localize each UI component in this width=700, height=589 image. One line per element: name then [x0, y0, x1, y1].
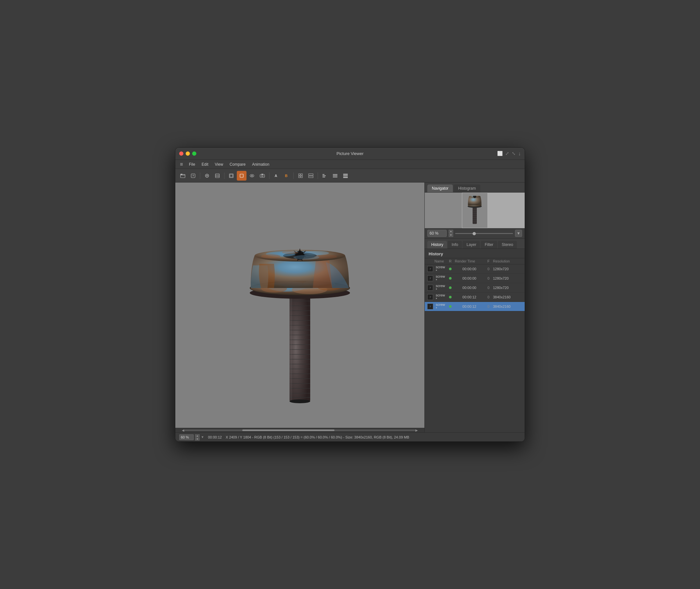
svg-rect-10 — [230, 174, 233, 177]
history-table-header: Name R Render Time F Resolution — [425, 258, 525, 264]
scroll-left-arrow[interactable]: ◀ — [182, 428, 185, 432]
menu-file[interactable]: File — [186, 162, 198, 167]
history-row-frame: 0 — [484, 267, 493, 271]
traffic-lights — [179, 152, 196, 156]
svg-rect-33 — [343, 175, 348, 176]
status-zoom-dropdown-btn[interactable]: ▼ — [201, 435, 204, 439]
history-row-thumb: T — [427, 294, 433, 300]
zoom-down-button[interactable]: ▼ — [449, 234, 453, 237]
tab-stereo[interactable]: Stereo — [498, 241, 517, 248]
download-icon[interactable] — [518, 151, 521, 157]
bars3-button[interactable] — [341, 171, 350, 181]
menubar: File Edit View Compare Animation — [175, 160, 525, 169]
minimize-button[interactable] — [186, 152, 190, 156]
history-row-frame: 0 — [484, 295, 493, 299]
maximize-button[interactable] — [192, 152, 196, 156]
tab-layer[interactable]: Layer — [462, 241, 480, 248]
scroll-thumb[interactable] — [242, 429, 335, 431]
circle-button[interactable] — [202, 171, 212, 181]
history-row-thumb: T — [427, 266, 433, 272]
text-a-button[interactable]: A — [271, 171, 281, 181]
history-row-render-time: 00:00:00 — [455, 286, 484, 289]
scroll-track[interactable] — [185, 429, 415, 431]
zoom-bar: ▲ ▼ ▼ — [425, 228, 525, 239]
zoom-slider[interactable] — [455, 233, 513, 234]
history-row-thumb: T — [427, 304, 433, 310]
history-row[interactable]: T screw * 00:00:00 0 1280x720 — [425, 283, 525, 292]
tab-history[interactable]: History — [427, 241, 447, 248]
menu-view[interactable]: View — [212, 162, 226, 167]
zoom-up-button[interactable]: ▲ — [449, 230, 453, 233]
svg-rect-17 — [261, 174, 263, 175]
scroll-right-arrow[interactable]: ▶ — [415, 428, 418, 432]
history-row-status — [446, 286, 455, 289]
history-row[interactable]: T screw * 00:00:12 0 3840x2160 — [425, 302, 525, 311]
history-row-resolution: 3840x2160 — [493, 295, 522, 299]
tab-navigator[interactable]: Navigator — [427, 184, 453, 192]
toolbar-separator-3 — [269, 173, 270, 179]
tab-filter[interactable]: Filter — [481, 241, 497, 248]
hamburger-menu-icon[interactable] — [178, 161, 185, 168]
history-section-title: History — [425, 249, 525, 258]
layers-button[interactable] — [213, 171, 222, 181]
fullscreen-icon[interactable] — [512, 151, 515, 157]
menu-animation[interactable]: Animation — [249, 162, 272, 167]
history-row-resolution: 1280x720 — [493, 267, 522, 271]
history-row[interactable]: T screw * 00:00:12 0 3840x2160 — [425, 292, 525, 302]
svg-point-58 — [290, 399, 310, 403]
tab-histogram[interactable]: Histogram — [453, 184, 480, 192]
zoom-slider-thumb[interactable] — [472, 232, 476, 235]
zoom-dropdown[interactable]: ▼ — [515, 230, 522, 237]
camera-button[interactable] — [258, 171, 267, 181]
history-row-status — [446, 305, 455, 308]
history-row-name: screw * — [434, 265, 446, 273]
history-row-status — [446, 296, 455, 299]
status-zoom-input[interactable] — [179, 434, 194, 440]
history-row-thumb: T — [427, 285, 433, 290]
text-b-button[interactable]: B — [282, 171, 292, 181]
history-row-resolution: 1280x720 — [493, 286, 522, 289]
sidebar-toggle-icon[interactable] — [497, 151, 503, 157]
status-zoom-stepper[interactable]: ▲ ▼ — [195, 434, 200, 440]
svg-rect-34 — [343, 177, 348, 178]
help-button[interactable]: ? — [188, 171, 198, 181]
bars2-button[interactable] — [330, 171, 340, 181]
status-zoom-down-button[interactable]: ▼ — [195, 437, 200, 440]
menu-compare[interactable]: Compare — [227, 162, 248, 167]
bars1-button[interactable] — [320, 171, 330, 181]
history-row-render-time: 00:00:00 — [455, 276, 484, 280]
window-title: Picture Viewer — [336, 151, 364, 156]
status-zoom-up-button[interactable]: ▲ — [195, 434, 200, 437]
history-list: T screw * 00:00:00 0 1280x720 T screw * … — [425, 264, 525, 432]
canvas-area[interactable]: ◀ ▶ — [175, 183, 424, 432]
history-row-resolution: 3840x2160 — [493, 305, 522, 309]
svg-rect-29 — [333, 174, 337, 175]
history-row-resolution: 1280x720 — [493, 276, 522, 280]
frame-button[interactable] — [227, 171, 236, 181]
history-row[interactable]: T screw * 00:00:00 0 1280x720 — [425, 264, 525, 274]
col-thumb — [427, 259, 434, 263]
titlebar-right-controls — [497, 151, 521, 157]
svg-rect-31 — [333, 177, 337, 177]
menu-edit[interactable]: Edit — [199, 162, 211, 167]
close-button[interactable] — [179, 152, 184, 156]
col-resolution: Resolution — [493, 259, 522, 263]
history-row-name: screw * — [434, 293, 446, 301]
expand-icon[interactable] — [505, 151, 509, 157]
eye-button[interactable] — [247, 171, 257, 181]
tab-info[interactable]: Info — [448, 241, 462, 248]
svg-rect-22 — [299, 176, 300, 178]
view-button[interactable] — [237, 171, 247, 181]
zoom-stepper[interactable]: ▲ ▼ — [449, 230, 453, 237]
grid2-button[interactable] — [306, 171, 316, 181]
horizontal-scrollbar[interactable]: ◀ ▶ — [175, 428, 424, 432]
zoom-input[interactable] — [427, 230, 447, 237]
history-row[interactable]: T screw * 00:00:00 0 1280x720 — [425, 274, 525, 283]
history-row-status — [446, 268, 455, 270]
main-content: ◀ ▶ Navigator Histogram — [175, 183, 525, 432]
grid1-button[interactable] — [296, 171, 305, 181]
open-button[interactable] — [178, 171, 188, 181]
svg-rect-20 — [299, 174, 300, 175]
svg-rect-1 — [181, 174, 183, 175]
svg-rect-6 — [216, 174, 219, 178]
